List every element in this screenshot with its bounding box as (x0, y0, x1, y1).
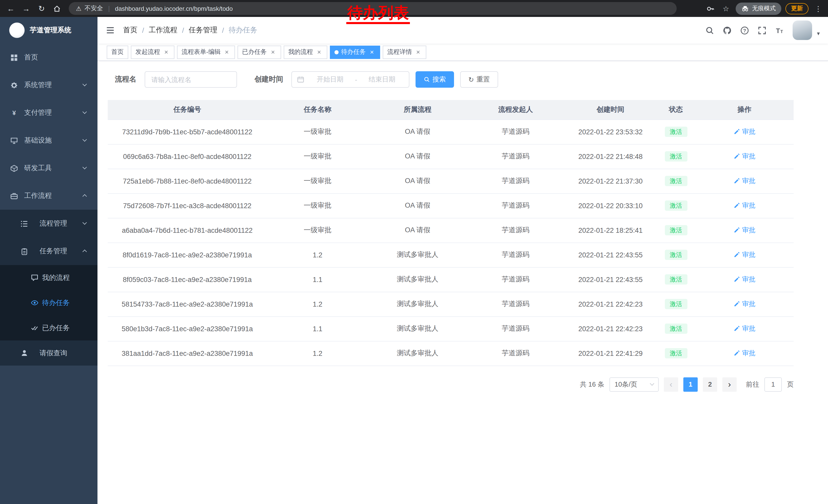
search-button[interactable]: 搜索 (416, 71, 454, 88)
cell-status: 激活 (657, 292, 695, 316)
approve-link[interactable]: 审批 (733, 300, 755, 309)
cell-task-id: 58154733-7ac8-11ec-a9e2-a2380e71991a (108, 292, 267, 316)
approve-label: 审批 (742, 226, 755, 235)
edit-icon (733, 178, 740, 184)
key-icon[interactable] (705, 3, 716, 14)
approve-link[interactable]: 审批 (733, 176, 755, 186)
close-icon[interactable]: × (368, 48, 376, 56)
approve-link[interactable]: 审批 (733, 152, 755, 161)
status-badge: 激活 (665, 225, 687, 235)
table-row: 381aa1dd-7ac8-11ec-a9e2-a2380e71991a 1.2… (108, 341, 794, 366)
tab-home[interactable]: 首页 (107, 45, 128, 59)
approve-link[interactable]: 审批 (733, 349, 755, 358)
approve-link[interactable]: 审批 (733, 250, 755, 260)
close-icon[interactable]: × (415, 48, 422, 56)
sidebar-item-payment[interactable]: 支付管理 (0, 99, 97, 127)
next-page-button[interactable]: › (722, 377, 737, 392)
sidebar-item-my-process[interactable]: 我的流程 (0, 265, 97, 290)
cell-task-name: 一级审批 (267, 193, 368, 218)
sidebar-item-done-tasks[interactable]: 已办任务 (0, 315, 97, 340)
menu-dots-icon[interactable]: ⋮ (813, 3, 824, 14)
cell-action: 审批 (695, 292, 794, 316)
monitor-icon (10, 137, 18, 144)
cell-task-name: 1.1 (267, 316, 368, 341)
tab-done-tasks[interactable]: 已办任务 × (238, 45, 281, 59)
user-avatar[interactable] (793, 20, 812, 40)
chevron-down-icon (650, 381, 654, 386)
cell-action: 审批 (695, 218, 794, 242)
date-range-picker[interactable]: 开始日期 - 结束日期 (291, 71, 409, 88)
cell-task-name: 1.2 (267, 242, 368, 267)
font-size-icon[interactable] (776, 26, 784, 35)
page-button-2[interactable]: 2 (703, 377, 717, 392)
fullscreen-icon[interactable] (758, 26, 767, 35)
security-label[interactable]: 不安全 (85, 4, 103, 13)
status-badge: 激活 (665, 151, 687, 162)
sidebar-item-task-mgmt[interactable]: 任务管理 (0, 237, 97, 265)
page-content: 流程名 创建时间 开始日期 - 结束日期 搜索 ↻ (97, 61, 828, 504)
sidebar-item-process-mgmt[interactable]: 流程管理 (0, 210, 97, 237)
tab-my-process[interactable]: 我的流程 × (284, 45, 327, 59)
search-icon[interactable] (706, 26, 714, 35)
update-button[interactable]: 更新 (785, 3, 809, 14)
cell-process: OA 请假 (368, 218, 467, 242)
approve-link[interactable]: 审批 (733, 324, 755, 333)
end-date-placeholder[interactable]: 结束日期 (359, 75, 405, 84)
back-button[interactable]: ← (4, 2, 17, 15)
status-badge: 激活 (665, 250, 687, 260)
github-icon[interactable] (723, 26, 732, 35)
sidebar-item-leave-query[interactable]: 请假查询 (0, 340, 97, 366)
cell-action: 审批 (695, 120, 794, 144)
approve-link[interactable]: 审批 (733, 226, 755, 235)
help-icon[interactable] (741, 26, 749, 35)
cell-process: OA 请假 (368, 144, 467, 169)
tab-form-edit[interactable]: 流程表单-编辑 × (177, 45, 235, 59)
process-name-label: 流程名 (115, 75, 136, 84)
cell-status: 激活 (657, 169, 695, 193)
close-icon[interactable]: × (269, 48, 277, 56)
sidebar-item-todo-tasks[interactable]: 待办任务 (0, 290, 97, 315)
prev-page-button[interactable]: ‹ (664, 377, 678, 392)
process-name-input[interactable] (145, 71, 237, 88)
page-size-select[interactable]: 10条/页 (610, 377, 659, 392)
approve-link[interactable]: 审批 (733, 127, 755, 136)
bookmark-star-icon[interactable]: ☆ (720, 3, 732, 14)
collapse-sidebar-icon[interactable] (106, 26, 115, 35)
sidebar-item-devtools[interactable]: 研发工具 (0, 154, 97, 182)
browser-actions: ☆ 无痕模式 更新 ⋮ (705, 2, 824, 15)
approve-link[interactable]: 审批 (733, 201, 755, 210)
sidebar-item-system[interactable]: 系统管理 (0, 71, 97, 99)
reload-button[interactable]: ↻ (35, 2, 48, 15)
page-button-1[interactable]: 1 (683, 377, 698, 392)
cell-created: 2022-01-21 22:42:23 (564, 316, 657, 341)
caret-down-icon[interactable]: ▾ (817, 30, 820, 37)
close-icon[interactable]: × (316, 48, 323, 56)
tab-process-detail[interactable]: 流程详情 × (383, 45, 426, 59)
sidebar-item-workflow[interactable]: 工作流程 (0, 182, 97, 210)
breadcrumb-workflow[interactable]: 工作流程 (149, 26, 177, 35)
gear-icon (10, 81, 18, 89)
goto-label: 前往 (746, 380, 759, 389)
incognito-icon (741, 5, 749, 12)
approve-label: 审批 (742, 324, 755, 333)
tab-todo-tasks[interactable]: 待办任务 × (330, 45, 380, 59)
app-title: 芋道管理系统 (30, 26, 71, 35)
start-date-placeholder[interactable]: 开始日期 (307, 75, 353, 84)
breadcrumb-home[interactable]: 首页 (123, 26, 137, 35)
approve-label: 审批 (742, 300, 755, 309)
home-button[interactable] (50, 2, 64, 15)
status-badge: 激活 (665, 324, 687, 334)
close-icon[interactable]: × (223, 48, 230, 56)
close-icon[interactable]: × (163, 48, 170, 56)
approve-link[interactable]: 审批 (733, 275, 755, 284)
reset-button[interactable]: ↻ 重置 (460, 71, 498, 88)
breadcrumb-task-mgmt[interactable]: 任务管理 (189, 26, 217, 35)
user-icon (20, 349, 28, 357)
cell-action: 审批 (695, 242, 794, 267)
tab-start-process[interactable]: 发起流程 × (131, 45, 174, 59)
sidebar-item-home[interactable]: 首页 (0, 44, 97, 71)
forward-button[interactable]: → (19, 2, 33, 15)
goto-page-input[interactable] (764, 377, 782, 392)
approve-label: 审批 (742, 250, 755, 260)
sidebar-item-infrastructure[interactable]: 基础设施 (0, 127, 97, 154)
